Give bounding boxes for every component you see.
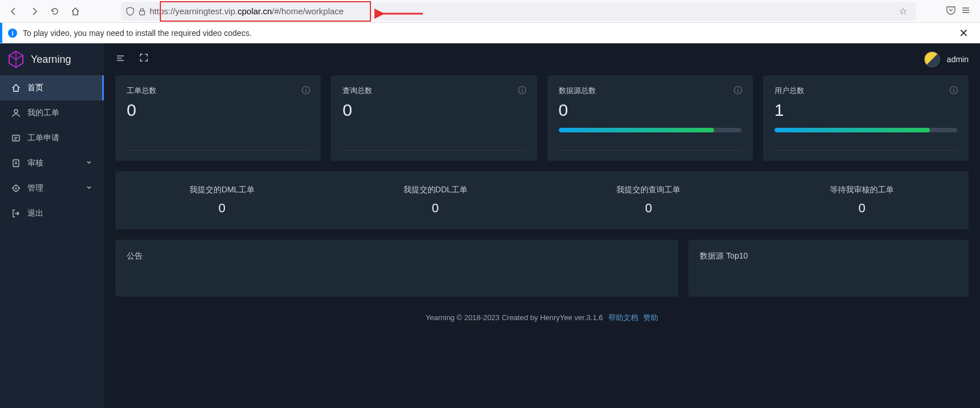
stat-value: 0 bbox=[342, 100, 525, 120]
panel-datasource-top: 数据源 Top10 bbox=[688, 240, 969, 297]
stat-card: 用户总数 1 bbox=[763, 75, 969, 161]
sidebar: Yearning 首页 我的工单 工单申请 审核 管理 退出 bbox=[0, 43, 104, 408]
home-button[interactable] bbox=[66, 2, 84, 21]
user-icon bbox=[11, 108, 21, 118]
sidebar-item-home[interactable]: 首页 bbox=[0, 75, 104, 100]
mini-stat-value: 0 bbox=[329, 201, 542, 216]
info-icon: i bbox=[8, 29, 17, 38]
footer-text: Yearning © 2018-2023 Created by HenryYee… bbox=[426, 313, 603, 322]
mini-stat-label: 我提交的DML工单 bbox=[115, 185, 329, 195]
mini-stat-value: 0 bbox=[755, 201, 969, 216]
user-menu[interactable]: admin bbox=[924, 51, 969, 67]
sidebar-item-label: 退出 bbox=[27, 208, 43, 219]
svg-rect-9 bbox=[306, 90, 306, 92]
sidebar-item-audit[interactable]: 审核 bbox=[0, 151, 104, 176]
forward-button[interactable] bbox=[25, 2, 43, 21]
sidebar-item-manage[interactable]: 管理 bbox=[0, 176, 104, 201]
bottom-row: 公告 数据源 Top10 bbox=[115, 240, 969, 297]
svg-rect-4 bbox=[13, 160, 19, 167]
bookmark-star-icon[interactable]: ☆ bbox=[899, 6, 907, 17]
mini-stat-cell: 我提交的查询工单 0 bbox=[542, 185, 756, 216]
svg-point-6 bbox=[15, 188, 17, 189]
mini-stat-value: 0 bbox=[115, 201, 329, 216]
stat-row: 工单总数 0 查询总数 0 数据源总数 0 用户总数 1 bbox=[115, 75, 969, 161]
mini-stat-cell: 我提交的DML工单 0 bbox=[115, 185, 329, 216]
stat-title: 查询总数 bbox=[342, 86, 525, 96]
svg-point-17 bbox=[953, 88, 954, 89]
info-icon[interactable] bbox=[301, 86, 310, 97]
progress-bar bbox=[775, 128, 957, 132]
logo-text: Yearning bbox=[31, 54, 71, 66]
svg-point-2 bbox=[14, 110, 18, 113]
mini-stat-label: 等待我审核的工单 bbox=[755, 185, 969, 195]
stat-value: 0 bbox=[127, 100, 309, 120]
reload-button[interactable] bbox=[46, 2, 64, 21]
topbar: admin bbox=[104, 43, 980, 75]
panel-announcements: 公告 bbox=[115, 240, 678, 297]
sidebar-item-label: 我的工单 bbox=[27, 108, 59, 118]
app-root: Yearning 首页 我的工单 工单申请 审核 管理 退出 bbox=[0, 43, 980, 408]
stat-card: 工单总数 0 bbox=[115, 75, 321, 161]
mini-stat-cell: 等待我审核的工单 0 bbox=[755, 185, 969, 216]
info-message: To play video, you may need to install t… bbox=[23, 29, 252, 38]
fullscreen-button[interactable] bbox=[139, 53, 148, 66]
sidebar-item-label: 工单申请 bbox=[27, 133, 59, 143]
ticket-icon bbox=[11, 134, 21, 143]
collapse-sidebar-button[interactable] bbox=[115, 53, 126, 66]
username: admin bbox=[947, 55, 969, 64]
mini-stat-label: 我提交的查询工单 bbox=[542, 185, 756, 195]
lock-icon bbox=[138, 7, 146, 15]
shield-icon bbox=[126, 7, 135, 16]
avatar bbox=[924, 51, 940, 67]
info-close-button[interactable]: ✕ bbox=[954, 26, 973, 40]
svg-point-8 bbox=[305, 88, 306, 89]
back-button[interactable] bbox=[5, 2, 23, 21]
mini-stat-label: 我提交的DDL工单 bbox=[329, 185, 542, 195]
chevron-down-icon bbox=[86, 159, 92, 168]
sidebar-item-logout[interactable]: 退出 bbox=[0, 201, 104, 226]
audit-icon bbox=[11, 159, 21, 168]
info-icon[interactable] bbox=[518, 86, 527, 97]
info-icon[interactable] bbox=[733, 86, 743, 97]
url-text: https://yearningtest.vip.cpolar.cn/#/hom… bbox=[150, 6, 344, 16]
chevron-down-icon bbox=[86, 184, 92, 193]
logo-icon bbox=[7, 50, 25, 68]
sidebar-item-label: 管理 bbox=[27, 183, 43, 193]
panel-title: 公告 bbox=[127, 251, 667, 261]
logout-icon bbox=[11, 209, 21, 218]
browser-toolbar: https://yearningtest.vip.cpolar.cn/#/hom… bbox=[0, 0, 980, 23]
manage-icon bbox=[11, 184, 21, 193]
footer-link-sponsor[interactable]: 赞助 bbox=[643, 313, 658, 322]
svg-rect-0 bbox=[140, 11, 145, 15]
stat-card: 查询总数 0 bbox=[331, 75, 537, 161]
info-bar: i To play video, you may need to install… bbox=[0, 23, 980, 43]
info-icon[interactable] bbox=[949, 86, 958, 97]
footer: Yearning © 2018-2023 Created by HenryYee… bbox=[115, 307, 969, 329]
svg-rect-3 bbox=[13, 135, 19, 141]
logo[interactable]: Yearning bbox=[0, 43, 104, 75]
menu-icon[interactable] bbox=[961, 5, 971, 18]
stat-card: 数据源总数 0 bbox=[547, 75, 753, 161]
svg-rect-12 bbox=[522, 90, 522, 92]
progress-bar bbox=[559, 128, 741, 132]
mini-stat-value: 0 bbox=[542, 201, 756, 216]
stat-title: 用户总数 bbox=[775, 86, 957, 96]
home-icon bbox=[11, 83, 21, 92]
content: 工单总数 0 查询总数 0 数据源总数 0 用户总数 1 我提交的DML工单 0… bbox=[104, 75, 980, 408]
main: admin 工单总数 0 查询总数 0 数据源总数 0 用户总数 1 我提交的D… bbox=[104, 43, 980, 408]
svg-rect-18 bbox=[953, 90, 954, 92]
svg-point-14 bbox=[737, 88, 739, 89]
sidebar-item-my-orders[interactable]: 我的工单 bbox=[0, 100, 104, 126]
mini-stat-row: 我提交的DML工单 0 我提交的DDL工单 0 我提交的查询工单 0 等待我审核… bbox=[115, 171, 969, 229]
sidebar-item-label: 首页 bbox=[27, 83, 43, 93]
stat-title: 数据源总数 bbox=[559, 86, 741, 96]
footer-link-help[interactable]: 帮助文档 bbox=[608, 313, 638, 322]
sidebar-item-apply[interactable]: 工单申请 bbox=[0, 126, 104, 151]
svg-point-11 bbox=[522, 88, 523, 89]
sidebar-item-label: 审核 bbox=[27, 158, 43, 168]
pocket-icon[interactable] bbox=[946, 5, 956, 18]
panel-title: 数据源 Top10 bbox=[700, 251, 957, 261]
url-bar[interactable]: https://yearningtest.vip.cpolar.cn/#/hom… bbox=[121, 2, 916, 21]
stat-title: 工单总数 bbox=[127, 86, 309, 96]
stat-value: 1 bbox=[775, 100, 957, 120]
